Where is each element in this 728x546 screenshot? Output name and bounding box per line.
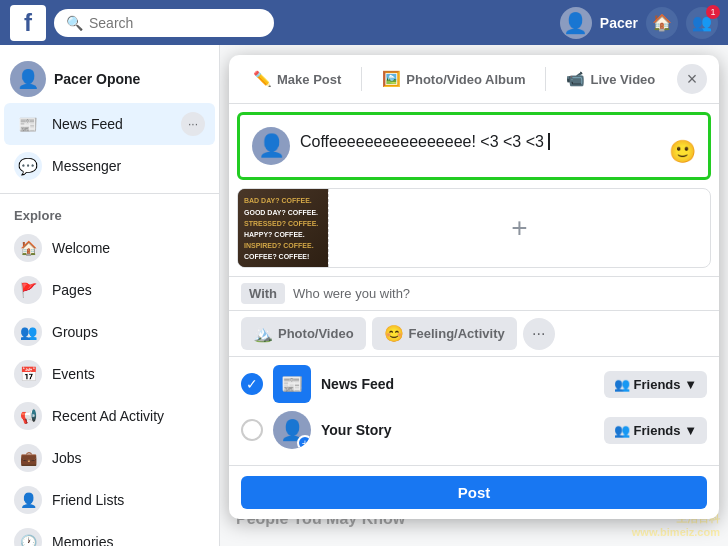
top-navigation: f 🔍 👤 Pacer 🏠 👥 1: [0, 0, 728, 45]
search-bar[interactable]: 🔍: [54, 9, 274, 37]
sidebar-item-jobs[interactable]: 💼 Jobs: [4, 437, 215, 479]
news-feed-audience-info: News Feed: [321, 376, 594, 392]
coffee-image-overlay: BAD DAY? COFFEE. GOOD DAY? COFFEE. STRES…: [238, 189, 328, 268]
news-feed-more-button[interactable]: ···: [181, 112, 205, 136]
feeling-activity-label: Feeling/Activity: [409, 326, 505, 341]
sidebar-item-friend-lists[interactable]: 👤 Friend Lists: [4, 479, 215, 521]
sidebar-item-groups[interactable]: 👥 Groups: [4, 311, 215, 353]
search-input[interactable]: [89, 15, 259, 31]
sidebar-avatar: 👤: [10, 61, 46, 97]
groups-icon: 👥: [14, 318, 42, 346]
sidebar-item-events[interactable]: 📅 Events: [4, 353, 215, 395]
feeling-icon: 😊: [384, 324, 404, 343]
add-photo-button[interactable]: +: [328, 189, 710, 267]
emoji-button[interactable]: 🙂: [669, 139, 696, 165]
make-post-tab[interactable]: ✏️ Make Post: [241, 63, 353, 95]
feeling-activity-button[interactable]: 😊 Feeling/Activity: [372, 317, 517, 350]
sidebar-item-news-feed[interactable]: 📰 News Feed ···: [4, 103, 215, 145]
sidebar-welcome-label: Welcome: [52, 240, 110, 256]
plus-icon: +: [511, 212, 527, 244]
text-cursor: [544, 133, 550, 150]
your-story-info: Your Story: [321, 422, 594, 438]
facebook-logo: f: [10, 5, 46, 41]
sidebar-user-profile[interactable]: 👤 Pacer Opone: [0, 55, 219, 103]
live-video-label: Live Video: [590, 72, 655, 87]
with-input[interactable]: Who were you with?: [293, 286, 410, 301]
sidebar-item-welcome[interactable]: 🏠 Welcome: [4, 227, 215, 269]
news-feed-audience-title: News Feed: [321, 376, 594, 392]
tab-divider-2: [545, 67, 546, 91]
sidebar-messenger-label: Messenger: [52, 158, 121, 174]
sidebar-item-recent-ad[interactable]: 📢 Recent Ad Activity: [4, 395, 215, 437]
friend-lists-icon: 👤: [14, 486, 42, 514]
news-feed-checkbox[interactable]: ✓: [241, 373, 263, 395]
modal-overlay: ✏️ Make Post 🖼️ Photo/Video Album 📹 Live…: [220, 45, 728, 546]
search-icon: 🔍: [66, 15, 83, 31]
image-attach-area: BAD DAY? COFFEE. GOOD DAY? COFFEE. STRES…: [237, 188, 711, 268]
modal-header: ✏️ Make Post 🖼️ Photo/Video Album 📹 Live…: [229, 55, 719, 104]
more-dots-icon: ···: [532, 325, 545, 343]
sidebar-events-label: Events: [52, 366, 95, 382]
news-feed-audience-row: ✓ 📰 News Feed 👥 Friends ▼: [241, 365, 707, 403]
post-input-area[interactable]: 👤 Coffeeeeeeeeeeeeeeee! <3 <3 <3 🙂: [237, 112, 711, 180]
recent-ad-icon: 📢: [14, 402, 42, 430]
news-feed-friends-button[interactable]: 👥 Friends ▼: [604, 371, 707, 398]
friends-label-story: Friends ▼: [634, 423, 697, 438]
sidebar-memories-label: Memories: [52, 534, 113, 546]
audience-section: ✓ 📰 News Feed 👥 Friends ▼: [229, 356, 719, 465]
photo-video-album-tab[interactable]: 🖼️ Photo/Video Album: [370, 63, 537, 95]
sidebar-item-memories[interactable]: 🕐 Memories: [4, 521, 215, 546]
sidebar-jobs-label: Jobs: [52, 450, 82, 466]
action-row: 🏔️ Photo/Video 😊 Feeling/Activity ···: [229, 310, 719, 356]
news-feed-audience-icon: 📰: [273, 365, 311, 403]
friends-nav-button[interactable]: 👥 1: [686, 7, 718, 39]
explore-section-label: Explore: [0, 200, 219, 227]
news-feed-icon: 📰: [14, 110, 42, 138]
photo-video-action-icon: 🏔️: [253, 324, 273, 343]
avatar: 👤: [560, 7, 592, 39]
photo-video-album-label: Photo/Video Album: [406, 72, 525, 87]
friends-label-feed: Friends ▼: [634, 377, 697, 392]
sidebar: 👤 Pacer Opone 📰 News Feed ··· 💬 Messenge…: [0, 45, 220, 546]
tab-divider-1: [361, 67, 362, 91]
live-video-tab[interactable]: 📹 Live Video: [554, 63, 667, 95]
photo-video-button[interactable]: 🏔️ Photo/Video: [241, 317, 366, 350]
sidebar-item-messenger[interactable]: 💬 Messenger: [4, 145, 215, 187]
your-story-audience-row: 👤 + Your Story 👥 Friends ▼: [241, 411, 707, 449]
post-button[interactable]: Post: [241, 476, 707, 509]
more-actions-button[interactable]: ···: [523, 318, 555, 350]
post-text-content: Coffeeeeeeeeeeeeeeee! <3 <3 <3: [300, 133, 544, 150]
sidebar-pages-label: Pages: [52, 282, 92, 298]
make-post-icon: ✏️: [253, 70, 272, 88]
with-section: With Who were you with?: [229, 276, 719, 310]
your-story-title: Your Story: [321, 422, 594, 438]
your-story-checkbox[interactable]: [241, 419, 263, 441]
live-video-icon: 📹: [566, 70, 585, 88]
home-nav-button[interactable]: 🏠: [646, 7, 678, 39]
notification-badge: 1: [706, 5, 720, 19]
modal-close-button[interactable]: ×: [677, 64, 707, 94]
content-area: People You May Know ✏️ Make Post 🖼️ Phot…: [220, 45, 728, 546]
friends-icon-story: 👥: [614, 423, 630, 438]
sidebar-recent-ad-label: Recent Ad Activity: [52, 408, 164, 424]
welcome-icon: 🏠: [14, 234, 42, 262]
jobs-icon: 💼: [14, 444, 42, 472]
photo-album-icon: 🖼️: [382, 70, 401, 88]
messenger-icon: 💬: [14, 152, 42, 180]
memories-icon: 🕐: [14, 528, 42, 546]
make-post-label: Make Post: [277, 72, 341, 87]
main-layout: 👤 Pacer Opone 📰 News Feed ··· 💬 Messenge…: [0, 45, 728, 546]
home-icon: 🏠: [652, 13, 672, 32]
feed-icon: 📰: [281, 373, 303, 395]
with-label: With: [241, 283, 285, 304]
sidebar-divider-1: [0, 193, 219, 194]
post-user-avatar: 👤: [252, 127, 290, 165]
post-text-field[interactable]: Coffeeeeeeeeeeeeeeee! <3 <3 <3: [300, 127, 659, 151]
sidebar-groups-label: Groups: [52, 324, 98, 340]
sidebar-item-pages[interactable]: 🚩 Pages: [4, 269, 215, 311]
friends-icon-feed: 👥: [614, 377, 630, 392]
attached-image: BAD DAY? COFFEE. GOOD DAY? COFFEE. STRES…: [238, 189, 328, 268]
your-story-friends-button[interactable]: 👥 Friends ▼: [604, 417, 707, 444]
nav-right: 👤 Pacer 🏠 👥 1: [560, 7, 718, 39]
sidebar-news-feed-label: News Feed: [52, 116, 123, 132]
